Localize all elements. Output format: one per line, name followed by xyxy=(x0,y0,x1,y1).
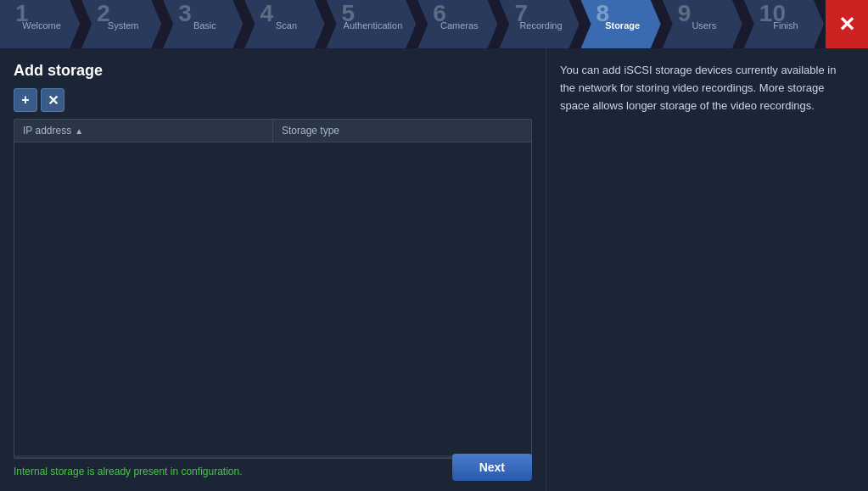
step-label-recording: Recording xyxy=(519,20,562,31)
step-label-storage: Storage xyxy=(605,20,640,31)
step-storage[interactable]: 8 Storage xyxy=(581,0,661,48)
step-scan[interactable]: 4 Scan xyxy=(244,0,324,48)
step-basic[interactable]: 3 Basic xyxy=(163,0,243,48)
step-label-welcome: Welcome xyxy=(22,20,61,31)
step-label-authentication: Authentication xyxy=(344,20,403,31)
step-cameras[interactable]: 6 Cameras xyxy=(417,0,497,48)
step-num-9: 9 xyxy=(678,2,692,25)
help-description: You can add iSCSI storage devices curren… xyxy=(560,62,854,114)
remove-storage-button[interactable]: ✕ xyxy=(41,88,64,112)
bottom-actions: Next xyxy=(452,454,532,481)
step-label-system: System xyxy=(108,20,139,31)
sort-arrow-icon: ▲ xyxy=(75,126,83,136)
right-panel: You can add iSCSI storage devices curren… xyxy=(546,48,868,491)
storage-table: IP address ▲ Storage type xyxy=(14,119,532,459)
step-num-4: 4 xyxy=(260,2,273,25)
step-users[interactable]: 9 Users xyxy=(663,0,742,48)
close-icon: ✕ xyxy=(838,13,855,36)
table-header: IP address ▲ Storage type xyxy=(14,120,531,142)
step-label-scan: Scan xyxy=(276,20,297,31)
step-system[interactable]: 2 System xyxy=(81,0,161,48)
step-authentication[interactable]: 5 Authentication xyxy=(327,0,417,48)
add-storage-button[interactable]: + xyxy=(14,88,37,112)
main-content: Add storage + ✕ IP address ▲ Storage typ… xyxy=(0,48,868,491)
step-label-cameras: Cameras xyxy=(440,20,479,31)
page-title: Add storage xyxy=(14,62,532,80)
step-num-3: 3 xyxy=(178,2,192,25)
close-button[interactable]: ✕ xyxy=(826,0,868,48)
storage-toolbar: + ✕ xyxy=(14,88,532,112)
step-label-users: Users xyxy=(692,20,716,31)
table-body xyxy=(14,142,531,455)
left-panel: Add storage + ✕ IP address ▲ Storage typ… xyxy=(0,48,546,491)
step-welcome[interactable]: 1 Welcome xyxy=(0,0,80,48)
storage-type-column-header: Storage type xyxy=(273,120,531,142)
next-button[interactable]: Next xyxy=(452,454,532,481)
ip-address-column-header: IP address ▲ xyxy=(14,120,273,142)
step-finish[interactable]: 10 Finish xyxy=(744,0,824,48)
step-recording[interactable]: 7 Recording xyxy=(499,0,579,48)
wizard-navigation: 1 Welcome 2 System 3 Basic 4 Scan 5 Auth… xyxy=(0,0,868,48)
step-label-finish: Finish xyxy=(773,20,798,31)
step-label-basic: Basic xyxy=(193,20,216,31)
